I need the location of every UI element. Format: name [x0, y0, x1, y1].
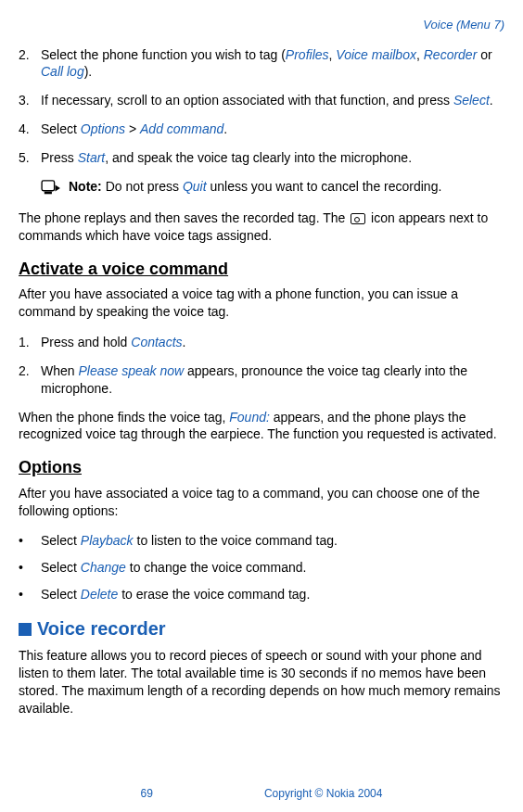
- note-label: Note:: [69, 179, 102, 194]
- text-run: Select: [41, 560, 81, 575]
- text-run: to listen to the voice command tag.: [134, 533, 338, 548]
- section-recorder-title: Voice recorder: [37, 616, 166, 641]
- ui-term-link: Call log: [41, 64, 84, 79]
- numbered-step: 3.If necessary, scroll to an option asso…: [19, 92, 504, 109]
- step-number: 2.: [19, 46, 41, 82]
- replay-paragraph: The phone replays and then saves the rec…: [19, 209, 504, 245]
- text-run: Select: [41, 533, 81, 548]
- note-icon: [41, 180, 61, 197]
- ui-term-link: Quit: [183, 179, 207, 194]
- ui-term-link: Found:: [229, 410, 270, 425]
- step-number: 3.: [19, 92, 41, 109]
- ui-term-link: Please speak now: [78, 363, 184, 378]
- ui-term-link: Voice mailbox: [336, 47, 416, 62]
- text-run: or: [477, 47, 491, 62]
- text-run: , and speak the voice tag clearly into t…: [105, 150, 412, 165]
- step-body: If necessary, scroll to an option associ…: [41, 92, 504, 109]
- bullet-item: •Select Change to change the voice comma…: [19, 559, 504, 577]
- text-run: unless you want to cancel the recording.: [207, 179, 442, 194]
- step-body: Select the phone function you wish to ta…: [41, 46, 504, 82]
- text-run: >: [125, 121, 140, 136]
- bullet-marker: •: [19, 532, 41, 550]
- bullet-body: Select Change to change the voice comman…: [41, 559, 306, 577]
- note-text: Note: Do not press Quit unless you want …: [69, 178, 441, 196]
- text-run: to change the voice command.: [126, 560, 307, 575]
- page-number: 69: [141, 786, 153, 801]
- ui-term-link: Start: [78, 150, 106, 165]
- section-marker-icon: [19, 623, 32, 636]
- numbered-step: 2.Select the phone function you wish to …: [19, 46, 504, 82]
- numbered-step: 4.Select Options > Add command.: [19, 121, 504, 138]
- step-number: 1.: [19, 334, 41, 351]
- page-footer: 69 Copyright © Nokia 2004: [19, 786, 504, 801]
- text-run: .: [223, 121, 227, 136]
- ui-term-link: Change: [81, 560, 126, 575]
- numbered-step: 2.When Please speak now appears, pronoun…: [19, 362, 504, 398]
- activate-intro: After you have associated a voice tag wi…: [19, 285, 504, 321]
- voice-tag-icon: [351, 213, 365, 224]
- section-options-title: Options: [19, 456, 504, 478]
- found-paragraph: When the phone finds the voice tag, Foun…: [19, 409, 504, 444]
- step-body: Press and hold Contacts.: [41, 334, 504, 351]
- bullet-item: •Select Playback to listen to the voice …: [19, 532, 504, 550]
- ui-term-link: Options: [81, 121, 125, 136]
- header-breadcrumb: Voice (Menu 7): [19, 17, 504, 33]
- svg-rect-1: [45, 192, 52, 195]
- numbered-step: 5.Press Start, and speak the voice tag c…: [19, 149, 504, 167]
- bullet-item: •Select Delete to erase the voice comman…: [19, 586, 504, 603]
- text-run: ,: [416, 47, 424, 62]
- text-run: Press: [41, 150, 78, 165]
- text-run: When the phone finds the voice tag,: [19, 410, 229, 425]
- bullet-body: Select Playback to listen to the voice c…: [41, 532, 338, 550]
- section-recorder-heading: Voice recorder: [19, 616, 504, 641]
- text-run: Press and hold: [41, 335, 131, 349]
- text-run: ).: [84, 64, 93, 79]
- text-run: Select the phone function you wish to ta…: [41, 47, 286, 62]
- ui-term-link: Profiles: [286, 47, 329, 62]
- text-run: .: [183, 335, 186, 349]
- text-run: Select: [41, 587, 81, 602]
- step-body: Select Options > Add command.: [41, 121, 504, 138]
- bullet-body: Select Delete to erase the voice command…: [41, 586, 310, 603]
- svg-rect-0: [42, 181, 55, 191]
- replay-pre: The phone replays and then saves the rec…: [19, 210, 349, 225]
- bullet-marker: •: [19, 586, 41, 603]
- step-body: Press Start, and speak the voice tag cle…: [41, 149, 504, 167]
- text-run: Select: [41, 121, 81, 136]
- text-run: .: [490, 93, 493, 108]
- section-activate-title: Activate a voice command: [19, 258, 504, 280]
- text-run: If necessary, scroll to an option associ…: [41, 93, 453, 108]
- recorder-body: This feature allows you to record pieces…: [19, 647, 504, 717]
- copyright-text: Copyright © Nokia 2004: [264, 786, 383, 801]
- text-run: to erase the voice command tag.: [118, 587, 310, 602]
- ui-term-link: Select: [453, 93, 490, 108]
- step-number: 5.: [19, 149, 41, 167]
- text-run: When: [41, 363, 78, 378]
- numbered-step: 1.Press and hold Contacts.: [19, 334, 504, 351]
- ui-term-link: Add command: [140, 121, 223, 136]
- ui-term-link: Recorder: [424, 47, 478, 62]
- note-block: Note: Do not press Quit unless you want …: [41, 178, 504, 197]
- step-number: 4.: [19, 121, 41, 138]
- options-intro: After you have associated a voice tag to…: [19, 485, 504, 520]
- step-number: 2.: [19, 362, 41, 398]
- ui-term-link: Playback: [81, 533, 134, 548]
- bullet-marker: •: [19, 559, 41, 577]
- step-body: When Please speak now appears, pronounce…: [41, 362, 504, 398]
- ui-term-link: Delete: [81, 587, 118, 602]
- svg-marker-2: [56, 184, 60, 191]
- text-run: Do not press: [102, 179, 183, 194]
- ui-term-link: Contacts: [131, 335, 182, 349]
